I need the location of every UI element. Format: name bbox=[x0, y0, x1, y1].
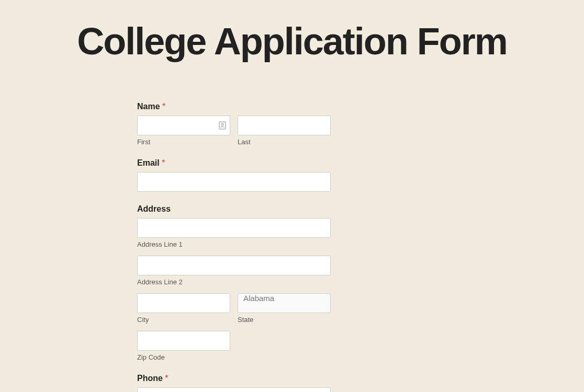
phone-field-group: Phone * bbox=[137, 374, 331, 392]
last-name-sublabel: Last bbox=[238, 138, 331, 146]
state-sublabel: State bbox=[238, 316, 331, 324]
zip-sublabel: Zip Code bbox=[137, 353, 230, 361]
email-label-text: Email bbox=[137, 158, 160, 167]
application-form: Name * First Las bbox=[137, 73, 331, 392]
name-required-asterisk: * bbox=[162, 102, 165, 111]
city-input[interactable] bbox=[137, 293, 230, 313]
name-label: Name * bbox=[137, 102, 331, 111]
address-line1-input[interactable] bbox=[137, 218, 331, 238]
state-selected-value: Alabama bbox=[243, 294, 274, 303]
address-label: Address bbox=[137, 204, 331, 214]
email-field-group: Email * bbox=[137, 158, 331, 192]
email-required-asterisk: * bbox=[162, 158, 165, 167]
first-name-sublabel: First bbox=[137, 138, 230, 146]
address-line1-sublabel: Address Line 1 bbox=[137, 240, 331, 248]
page-title: College Application Form bbox=[0, 0, 584, 73]
address-line2-sublabel: Address Line 2 bbox=[137, 278, 331, 286]
city-sublabel: City bbox=[137, 316, 230, 324]
last-name-input[interactable] bbox=[238, 116, 331, 135]
phone-label-text: Phone bbox=[137, 374, 163, 383]
address-label-text: Address bbox=[137, 204, 171, 213]
phone-input[interactable] bbox=[137, 387, 331, 392]
name-field-group: Name * First Las bbox=[137, 102, 331, 146]
name-label-text: Name bbox=[137, 102, 160, 111]
address-field-group: Address Address Line 1 Address Line 2 Ci… bbox=[137, 204, 331, 361]
state-select[interactable]: Alabama bbox=[238, 293, 331, 313]
phone-required-asterisk: * bbox=[165, 374, 168, 383]
zip-input[interactable] bbox=[137, 331, 230, 351]
email-input[interactable] bbox=[137, 172, 331, 192]
first-name-input[interactable] bbox=[137, 116, 230, 135]
email-label: Email * bbox=[137, 158, 331, 168]
address-line2-input[interactable] bbox=[137, 256, 331, 275]
phone-label: Phone * bbox=[137, 374, 331, 383]
